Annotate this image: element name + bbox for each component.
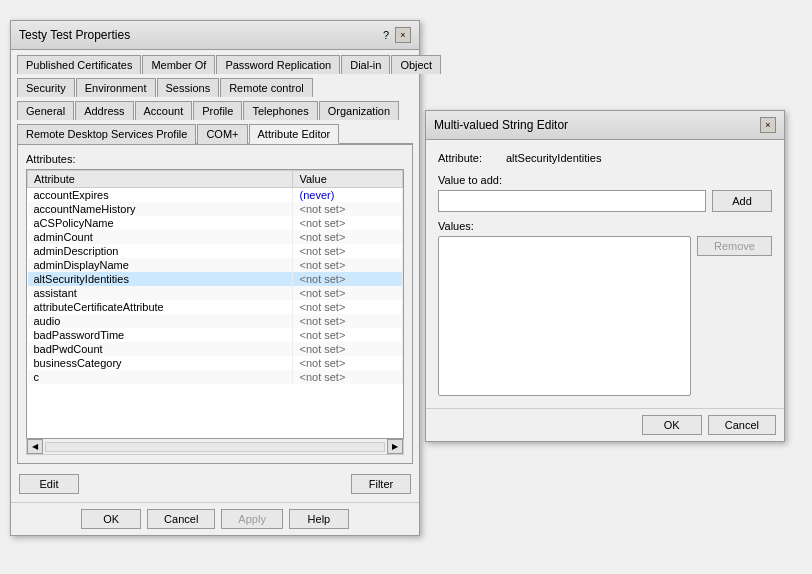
tab-address[interactable]: Address [75,101,133,120]
values-label: Values: [438,220,772,232]
table-row[interactable]: attributeCertificateAttribute<not set> [28,300,403,314]
value-to-add-label: Value to add: [438,174,772,186]
main-title: Testy Test Properties [19,28,130,42]
tab-telephones[interactable]: Telephones [243,101,317,120]
attr-cell: accountNameHistory [28,202,293,216]
value-cell: <not set> [293,202,403,216]
table-row[interactable]: accountExpires(never) [28,188,403,203]
col-header-value: Value [293,171,403,188]
table-row[interactable]: adminDisplayName<not set> [28,258,403,272]
tab-environment[interactable]: Environment [76,78,156,97]
attributes-label: Attributes: [26,153,404,165]
secondary-titlebar: Multi-valued String Editor × [426,111,784,140]
tab-published-certificates[interactable]: Published Certificates [17,55,141,74]
edit-filter-row: Edit Filter [11,470,419,502]
attribute-value: altSecurityIdentities [506,152,601,164]
tabs-row-2: Security Environment Sessions Remote con… [11,73,419,96]
value-cell: <not set> [293,300,403,314]
remove-button[interactable]: Remove [697,236,772,256]
table-row[interactable]: badPwdCount<not set> [28,342,403,356]
value-cell: <not set> [293,272,403,286]
edit-button[interactable]: Edit [19,474,79,494]
table-row[interactable]: badPasswordTime<not set> [28,328,403,342]
value-cell: <not set> [293,356,403,370]
col-header-attribute: Attribute [28,171,293,188]
tab-general[interactable]: General [17,101,74,120]
ok-button[interactable]: OK [81,509,141,529]
attribute-label: Attribute: [438,152,498,164]
tabs-row-1: Published Certificates Member Of Passwor… [11,50,419,73]
tab-password-replication[interactable]: Password Replication [216,55,340,74]
value-cell: <not set> [293,286,403,300]
table-row[interactable]: audio<not set> [28,314,403,328]
attr-cell: adminCount [28,230,293,244]
secondary-content: Attribute: altSecurityIdentities Value t… [426,140,784,408]
attr-cell: attributeCertificateAttribute [28,300,293,314]
value-cell: <not set> [293,314,403,328]
tab-com-plus[interactable]: COM+ [197,124,247,144]
attributes-table-container: Attribute Value accountExpires(never)acc… [26,169,404,439]
attr-cell: altSecurityIdentities [28,272,293,286]
main-titlebar: Testy Test Properties ? × [11,21,419,50]
table-row[interactable]: assistant<not set> [28,286,403,300]
attr-cell: businessCategory [28,356,293,370]
hscroll-right-btn[interactable]: ▶ [387,439,403,454]
attr-cell: assistant [28,286,293,300]
values-area-row: Remove [438,236,772,396]
table-row[interactable]: businessCategory<not set> [28,356,403,370]
tab-profile[interactable]: Profile [193,101,242,120]
tab-object[interactable]: Object [391,55,441,74]
table-row[interactable]: accountNameHistory<not set> [28,202,403,216]
secondary-titlebar-controls: × [760,117,776,133]
apply-button[interactable]: Apply [221,509,283,529]
tab-dial-in[interactable]: Dial-in [341,55,390,74]
secondary-ok-button[interactable]: OK [642,415,702,435]
add-button[interactable]: Add [712,190,772,212]
table-row[interactable]: adminDescription<not set> [28,244,403,258]
tab-sessions[interactable]: Sessions [157,78,220,97]
attr-cell: badPwdCount [28,342,293,356]
hscroll-track[interactable] [45,442,385,452]
attr-cell: c [28,370,293,384]
secondary-footer: OK Cancel [426,408,784,441]
table-row[interactable]: adminCount<not set> [28,230,403,244]
tab-remote-control[interactable]: Remote control [220,78,313,97]
tab-account[interactable]: Account [135,101,193,120]
value-cell: (never) [293,188,403,203]
cancel-button[interactable]: Cancel [147,509,215,529]
attr-cell: adminDescription [28,244,293,258]
tab-remote-desktop-profile[interactable]: Remote Desktop Services Profile [17,124,196,144]
value-cell: <not set> [293,244,403,258]
secondary-close-button[interactable]: × [760,117,776,133]
help-button[interactable]: Help [289,509,349,529]
value-cell: <not set> [293,342,403,356]
hscroll-left-btn[interactable]: ◀ [27,439,43,454]
values-listbox[interactable] [438,236,691,396]
tabs-row-3: General Address Account Profile Telephon… [11,96,419,119]
tab-member-of[interactable]: Member Of [142,55,215,74]
value-cell: <not set> [293,216,403,230]
titlebar-controls: ? × [383,27,411,43]
secondary-dialog: Multi-valued String Editor × Attribute: … [425,110,785,442]
attr-cell: adminDisplayName [28,258,293,272]
value-add-input[interactable] [438,190,706,212]
main-dialog: Testy Test Properties ? × Published Cert… [10,20,420,536]
secondary-cancel-button[interactable]: Cancel [708,415,776,435]
table-row[interactable]: aCSPolicyName<not set> [28,216,403,230]
attr-cell: audio [28,314,293,328]
horizontal-scrollbar[interactable]: ◀ ▶ [26,439,404,455]
close-button[interactable]: × [395,27,411,43]
attributes-scroll[interactable]: Attribute Value accountExpires(never)acc… [27,170,403,420]
value-cell: <not set> [293,370,403,384]
help-icon[interactable]: ? [383,29,389,41]
table-row[interactable]: c<not set> [28,370,403,384]
filter-button[interactable]: Filter [351,474,411,494]
tab-security[interactable]: Security [17,78,75,97]
tab-organization[interactable]: Organization [319,101,399,120]
table-row[interactable]: altSecurityIdentities<not set> [28,272,403,286]
main-dialog-footer: OK Cancel Apply Help [11,502,419,535]
value-cell: <not set> [293,258,403,272]
value-cell: <not set> [293,230,403,244]
tabs-row-4: Remote Desktop Services Profile COM+ Att… [11,119,419,143]
tab-attribute-editor[interactable]: Attribute Editor [249,124,340,144]
